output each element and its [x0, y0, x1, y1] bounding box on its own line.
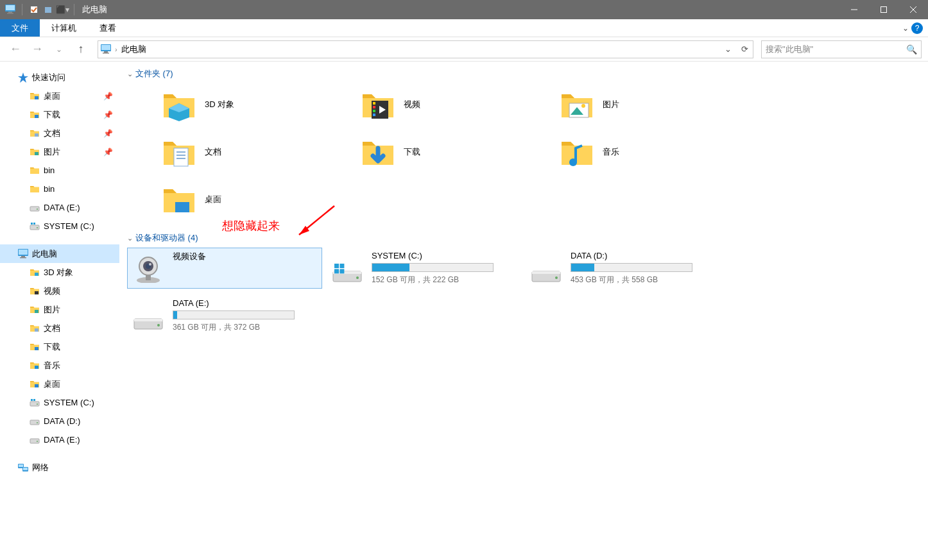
folder-item[interactable]: 文档	[158, 131, 353, 173]
address-dropdown-button[interactable]: ⌄	[719, 41, 736, 58]
folder-item[interactable]: 视频	[357, 83, 552, 126]
tree-pc-item[interactable]: SYSTEM (C:)	[0, 393, 119, 412]
svg-rect-61	[35, 328, 39, 332]
desktop-icon	[30, 91, 40, 101]
svg-rect-63	[35, 366, 39, 369]
folder-label: 图片	[603, 99, 619, 110]
qat-new-folder-icon[interactable]	[43, 4, 53, 15]
folder-item[interactable]: 下载	[357, 131, 552, 173]
breadcrumb-root[interactable]: 此电脑	[117, 44, 150, 55]
folder-label: 下载	[404, 146, 420, 158]
capacity-text: 152 GB 可用，共 222 GB	[372, 275, 518, 285]
capacity-text: 453 GB 可用，共 558 GB	[571, 275, 717, 285]
device-item[interactable]: DATA (E:) 361 GB 可用，共 372 GB	[127, 295, 322, 336]
tree-this-pc[interactable]: 此电脑	[0, 244, 119, 263]
folder-label: 3D 对象	[205, 99, 234, 110]
folder-documents-icon	[30, 323, 40, 334]
tree-qa-item[interactable]: bin	[0, 161, 119, 180]
folder-icon	[360, 87, 396, 123]
device-item[interactable]: DATA (D:) 453 GB 可用，共 558 GB	[525, 248, 720, 289]
device-name: 视频设备	[173, 251, 319, 262]
tree-qa-item[interactable]: 文档 📌	[0, 124, 119, 142]
folder-label: 桌面	[205, 194, 221, 205]
pc-icon	[18, 249, 28, 259]
tree-pc-item[interactable]: 桌面	[0, 375, 119, 393]
tree-qa-item[interactable]: 下载 📌	[0, 105, 119, 124]
svg-rect-58	[35, 273, 39, 276]
search-box[interactable]: 🔍	[761, 40, 922, 58]
nav-up-button[interactable]: ↑	[72, 40, 90, 58]
svg-rect-62	[35, 347, 39, 350]
pin-icon: 📌	[103, 110, 113, 119]
qat-properties-icon[interactable]	[29, 4, 39, 15]
svg-rect-59	[35, 291, 39, 294]
ribbon-expand-icon[interactable]: ⌄	[902, 24, 909, 33]
address-bar[interactable]: › 此电脑 ⌄ ⟳	[98, 40, 753, 58]
pictures-icon	[30, 147, 40, 157]
drive-icon	[130, 300, 166, 330]
device-item[interactable]: 视频设备	[127, 248, 322, 289]
folder-3d-icon	[30, 267, 40, 278]
drive-win-icon	[30, 398, 40, 408]
window-title: 此电脑	[82, 4, 107, 15]
device-name: DATA (D:)	[571, 251, 717, 260]
help-icon[interactable]: ?	[911, 22, 923, 34]
drive-icon	[30, 416, 40, 427]
nav-tree: 快速访问 桌面 📌 下载 📌 文档 📌 图片 📌 bin	[0, 62, 119, 560]
device-name: DATA (E:)	[173, 298, 319, 308]
tree-qa-item[interactable]: 图片 📌	[0, 142, 119, 161]
tree-qa-item[interactable]: DATA (E:)	[0, 198, 119, 217]
search-input[interactable]	[766, 44, 906, 54]
capacity-bar	[173, 310, 295, 319]
pin-icon: 📌	[103, 92, 113, 101]
tree-qa-item[interactable]: SYSTEM (C:)	[0, 217, 119, 235]
pc-icon	[5, 4, 15, 15]
minimize-button[interactable]	[839, 0, 869, 19]
ribbon-right: ⌄ ?	[902, 19, 928, 37]
tree-quick-access[interactable]: 快速访问	[0, 68, 119, 87]
tree-qa-item[interactable]: bin	[0, 180, 119, 198]
ribbon-tab-file[interactable]: 文件	[0, 19, 40, 37]
folder-icon	[360, 134, 396, 170]
drive-icon	[30, 203, 40, 213]
pin-icon: 📌	[103, 148, 113, 157]
ribbon-tab-computer[interactable]: 计算机	[40, 19, 88, 37]
device-item[interactable]: SYSTEM (C:) 152 GB 可用，共 222 GB	[326, 248, 521, 289]
refresh-button[interactable]: ⟳	[736, 41, 753, 58]
search-icon[interactable]: 🔍	[906, 44, 917, 55]
annotation-label: 想隐藏起来	[222, 218, 280, 233]
documents-icon	[30, 128, 40, 139]
folder-icon	[30, 165, 40, 176]
svg-rect-51	[881, 7, 887, 13]
tree-pc-item[interactable]: 文档	[0, 319, 119, 337]
qat-undo-icon[interactable]: ⬛▾	[57, 4, 67, 15]
tree-pc-item[interactable]: 下载	[0, 337, 119, 356]
tree-pc-item[interactable]: DATA (D:)	[0, 412, 119, 430]
folder-item[interactable]: 3D 对象	[158, 83, 353, 126]
svg-rect-55	[35, 115, 39, 118]
tree-pc-item[interactable]: DATA (E:)	[0, 430, 119, 449]
drive-win-icon	[329, 252, 365, 283]
network-icon	[18, 462, 28, 473]
folder-music-icon	[30, 361, 40, 371]
tree-network[interactable]: 网络	[0, 458, 119, 477]
folder-item[interactable]: 图片	[556, 83, 751, 126]
address-pc-icon	[101, 44, 111, 55]
section-devices-header[interactable]: ⌄ 设备和驱动器 (4)	[127, 232, 920, 244]
folder-label: 音乐	[603, 146, 619, 158]
tree-pc-item[interactable]: 音乐	[0, 356, 119, 375]
capacity-text: 361 GB 可用，共 372 GB	[173, 322, 319, 333]
folder-item[interactable]: 音乐	[556, 131, 751, 173]
ribbon-tab-view[interactable]: 查看	[88, 19, 128, 37]
tree-pc-item[interactable]: 图片	[0, 300, 119, 319]
close-button[interactable]	[898, 0, 928, 19]
tree-qa-item[interactable]: 桌面 📌	[0, 87, 119, 105]
nav-recent-dropdown[interactable]: ⌄	[50, 40, 68, 58]
maximize-button[interactable]	[869, 0, 898, 19]
tree-pc-item[interactable]: 视频	[0, 282, 119, 300]
tree-pc-item[interactable]: 3D 对象	[0, 263, 119, 282]
nav-back-button[interactable]: ←	[6, 40, 24, 58]
section-folders-header[interactable]: ⌄ 文件夹 (7)	[127, 68, 920, 80]
nav-forward-button[interactable]: →	[28, 40, 46, 58]
svg-rect-54	[35, 96, 39, 99]
